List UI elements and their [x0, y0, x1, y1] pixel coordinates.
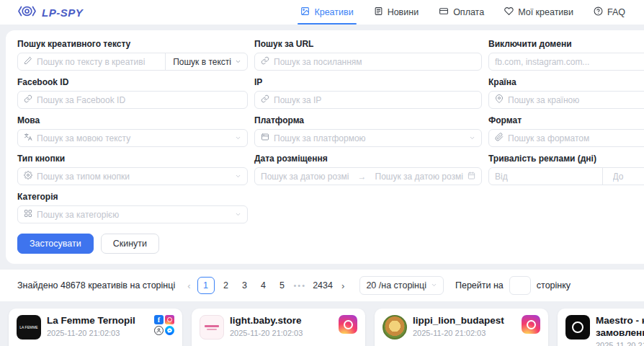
placeholder-text: Пошук за типом кнопки	[37, 172, 231, 182]
button-type-select[interactable]: Пошук за типом кнопки	[17, 167, 248, 185]
country-input[interactable]: Пошук за країною	[488, 91, 644, 109]
creative-card[interactable]: Maestro - кухні, ме замовлення в Ужг 202…	[558, 309, 644, 346]
facebook-id-input[interactable]: Пошук за Facebook ID	[17, 91, 248, 109]
chevron-down-icon	[235, 133, 241, 143]
pagination-ellipsis[interactable]: •••	[294, 281, 307, 290]
field-label: Тривалість реклами (дні)	[488, 154, 644, 164]
field-url: Пошук за URL Пошук за посиланням	[254, 39, 482, 71]
logo-text: LP-SPY	[42, 6, 83, 19]
field-label: Пошук за URL	[254, 39, 482, 49]
news-icon	[374, 6, 383, 18]
top-bar: LP-SPY Креативи Новини Оплата Мої креати…	[0, 0, 644, 25]
nav-label: Мої креативи	[518, 7, 573, 17]
field-duration: Тривалість реклами (дні) Від До	[488, 154, 644, 185]
creative-date: 2025-11-20 21:02:03	[230, 329, 330, 337]
field-button-type: Тип кнопки Пошук за типом кнопки	[17, 154, 248, 185]
placeholder-text: Пошук за посиланням	[274, 57, 475, 67]
instagram-icon	[165, 315, 174, 324]
nav-my-creatives[interactable]: Мої креативи	[504, 0, 573, 25]
page-button-current[interactable]: 1	[197, 277, 215, 294]
link-icon	[24, 94, 32, 105]
paperclip-icon	[495, 133, 504, 143]
creative-card[interactable]: lippi_lion_budapest 2025-11-20 21:02:03 …	[375, 309, 548, 346]
creatives-grid: LA FEMME La Femme Ternopil 2025-11-20 21…	[0, 309, 644, 346]
date-from-placeholder: Пошук за датою розміщення	[261, 172, 349, 182]
nav-faq[interactable]: FAQ	[594, 0, 625, 25]
instagram-icon	[339, 315, 357, 334]
placeholder-text: fb.com, instagram.com...	[495, 57, 644, 67]
nav-news[interactable]: Новини	[374, 0, 419, 25]
duration-from-input[interactable]: Від	[495, 172, 592, 182]
page-size-select[interactable]: 20 /на сторінці	[359, 276, 444, 295]
placement-date-range[interactable]: Пошук за датою розміщення → Пошук за дат…	[254, 167, 482, 185]
nav-label: Оплата	[453, 7, 484, 17]
field-label: Категорія	[17, 192, 248, 202]
field-facebook-id: Facebook ID Пошук за Facebook ID	[17, 77, 248, 109]
field-format: Формат Пошук за форматом	[488, 115, 644, 147]
page-button-2[interactable]: 2	[219, 280, 233, 290]
creative-date: 2025-11-20 21:02:03	[47, 329, 147, 337]
language-select[interactable]: Пошук за мовою тексту	[17, 129, 248, 147]
translate-icon	[24, 133, 32, 143]
format-input[interactable]: Пошук за форматом	[488, 129, 644, 147]
field-language: Мова Пошук за мовою тексту	[17, 115, 248, 147]
page-button-4[interactable]: 4	[256, 280, 271, 290]
audience-network-icon	[154, 326, 164, 335]
field-placement-date: Дата розміщення Пошук за датою розміщенн…	[254, 154, 482, 185]
goto-prefix-label: Перейти на	[455, 280, 504, 290]
chevron-down-icon	[235, 172, 241, 182]
nav-payment[interactable]: Оплата	[439, 0, 484, 25]
nav-creatives[interactable]: Креативи	[300, 0, 353, 25]
results-bar: Знайдено 48678 креативів на сторінці ‹ 1…	[0, 270, 644, 301]
placeholder-text: Пошук за платформою	[274, 133, 465, 143]
url-input[interactable]: Пошук за посиланням	[254, 53, 482, 71]
text-search-mode-select[interactable]: Пошук в тексті	[165, 53, 247, 70]
eye-logo-icon	[17, 5, 37, 20]
pagination: ‹ 1 2 3 4 5 ••• 2434 ›	[185, 277, 346, 294]
avatar	[383, 315, 407, 340]
duration-range[interactable]: Від До	[488, 167, 644, 185]
page-button-5[interactable]: 5	[275, 280, 290, 290]
date-to-placeholder: Пошук за датою розміщення	[375, 172, 464, 182]
avatar	[200, 315, 224, 340]
page-button-3[interactable]: 3	[238, 280, 252, 290]
page-button-last[interactable]: 2434	[310, 280, 335, 290]
network-icons: f	[153, 315, 174, 340]
field-label: Формат	[488, 115, 644, 125]
chevron-down-icon	[235, 57, 241, 67]
avatar	[565, 315, 590, 340]
platform-select[interactable]: Пошук за платформою	[254, 129, 482, 147]
placeholder-text: Пошук по тексту в креативі	[37, 57, 161, 67]
creative-card[interactable]: LA FEMME La Femme Ternopil 2025-11-20 21…	[9, 309, 182, 346]
avatar: LA FEMME	[17, 315, 41, 340]
prev-page-button[interactable]: ‹	[185, 280, 192, 291]
map-pin-icon	[495, 94, 504, 105]
gear-icon	[24, 171, 32, 182]
category-select[interactable]: Пошук за категорією	[17, 205, 248, 223]
arrow-right-icon: →	[354, 172, 371, 182]
field-label: Пошук креативного тексту	[17, 39, 248, 49]
app-logo[interactable]: LP-SPY	[17, 5, 83, 20]
page-size-value: 20 /на сторінці	[366, 280, 426, 290]
next-page-button[interactable]: ›	[339, 280, 346, 291]
reset-button[interactable]: Скинути	[101, 234, 159, 254]
goto-page: Перейти на сторінку	[455, 276, 571, 295]
field-category: Категорія Пошук за категорією	[17, 192, 248, 223]
facebook-icon: f	[154, 315, 164, 324]
field-country: Країна Пошук за країною	[488, 77, 644, 109]
field-label: Платформа	[254, 115, 482, 125]
apply-button[interactable]: Застосувати	[17, 234, 94, 254]
field-label: Дата розміщення	[254, 154, 482, 164]
field-label: Тип кнопки	[17, 154, 248, 164]
creative-card[interactable]: light.baby.store 2025-11-20 21:02:03 3 d…	[192, 309, 365, 346]
creative-title: La Femme Ternopil	[47, 315, 147, 327]
field-label: Facebook ID	[17, 77, 248, 87]
exclude-domains-input[interactable]: fb.com, instagram.com...	[488, 53, 644, 71]
main-nav: Креативи Новини Оплата Мої креативи FAQ	[300, 0, 625, 25]
goto-page-input[interactable]	[509, 276, 531, 295]
ip-input[interactable]: Пошук за IP	[254, 91, 482, 109]
chevron-down-icon	[235, 210, 241, 220]
duration-to-input[interactable]: До	[613, 172, 644, 182]
nav-label: FAQ	[607, 7, 625, 17]
creative-text-input[interactable]: Пошук по тексту в креативі Пошук в текст…	[17, 53, 248, 71]
